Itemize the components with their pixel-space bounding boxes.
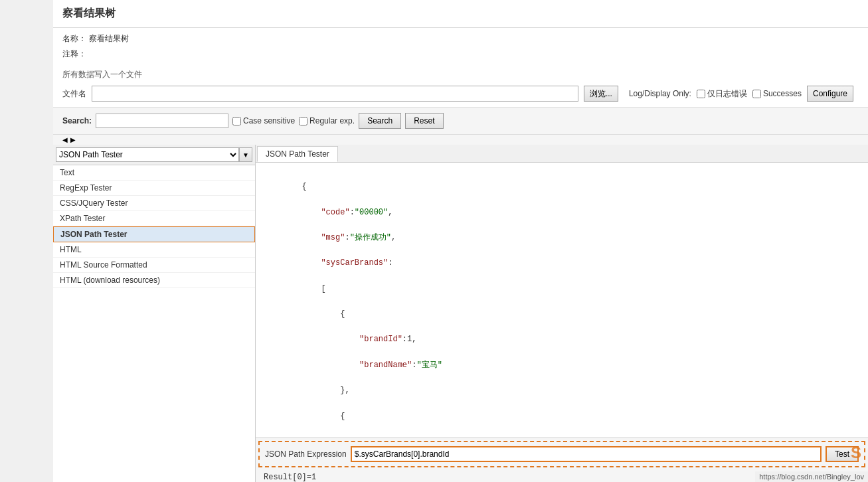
regular-exp-check[interactable]: Regular exp. bbox=[299, 116, 355, 125]
regular-exp-label: Regular exp. bbox=[309, 116, 355, 125]
case-sensitive-check[interactable]: Case sensitive bbox=[232, 116, 295, 125]
url-bar: https://blog.csdn.net/Bingley_lov bbox=[755, 471, 868, 482]
comment-label: 注释： bbox=[62, 48, 89, 60]
list-item-css[interactable]: CSS/JQuery Tester bbox=[53, 196, 255, 211]
right-panel: JSON Path Tester { "code":"00000", "msg"… bbox=[256, 145, 868, 482]
log-section: Log/Display Only: 仅日志错误 Successes Config… bbox=[624, 86, 859, 102]
successes-checkbox[interactable] bbox=[752, 90, 761, 98]
scroll-arrows: ◀ ▶ bbox=[53, 135, 868, 145]
browse-button[interactable]: 浏览... bbox=[584, 86, 618, 102]
configure-button[interactable]: Configure bbox=[807, 86, 853, 102]
list-item-html-download[interactable]: HTML (download resources) bbox=[53, 273, 255, 288]
list-item-html-source[interactable]: HTML Source Formatted bbox=[53, 258, 255, 273]
search-bar: Search: Case sensitive Regular exp. Sear… bbox=[53, 107, 868, 135]
reset-button[interactable]: Reset bbox=[405, 113, 443, 129]
search-label: Search: bbox=[62, 116, 92, 125]
all-data-label: 所有数据写入一个文件 bbox=[53, 69, 868, 83]
file-label: 文件名 bbox=[62, 88, 86, 100]
list-item-html[interactable]: HTML bbox=[53, 242, 255, 258]
list-item-xpath[interactable]: XPath Tester bbox=[53, 211, 255, 226]
successes-label: Successes bbox=[763, 89, 802, 98]
json-display: { "code":"00000", "msg":"操作成功", "sysCarB… bbox=[256, 163, 868, 438]
file-input[interactable] bbox=[92, 86, 578, 102]
search-button[interactable]: Search bbox=[359, 113, 401, 129]
list-item-jsonpath[interactable]: JSON Path Tester bbox=[53, 226, 255, 242]
regular-exp-checkbox[interactable] bbox=[299, 117, 307, 125]
tab-json-path[interactable]: JSON Path Tester bbox=[257, 146, 338, 162]
successes-check[interactable]: Successes bbox=[752, 89, 802, 98]
expression-label: JSON Path Expression bbox=[265, 449, 347, 459]
expression-input[interactable] bbox=[351, 446, 822, 462]
name-label: 名称： bbox=[62, 33, 89, 44]
tab-bar: JSON Path Tester bbox=[256, 145, 868, 163]
scroll-left-btn[interactable]: ◀ bbox=[62, 136, 68, 143]
expression-row: JSON Path Expression Test bbox=[258, 441, 865, 467]
watermark: S bbox=[851, 443, 861, 462]
left-panel: JSON Path Tester ▼ Text RegExp Tester CS… bbox=[53, 145, 256, 482]
log-error-label: 仅日志错误 bbox=[707, 88, 747, 100]
name-value: 察看结果树 bbox=[89, 33, 129, 44]
scroll-right-btn[interactable]: ▶ bbox=[70, 136, 76, 143]
case-sensitive-label: Case sensitive bbox=[243, 116, 295, 125]
panel-dropdown: JSON Path Tester ▼ bbox=[53, 145, 255, 165]
panel-dropdown-arrow[interactable]: ▼ bbox=[239, 147, 252, 162]
search-input[interactable] bbox=[96, 114, 228, 128]
log-error-check[interactable]: 仅日志错误 bbox=[697, 88, 747, 100]
list-item-text[interactable]: Text bbox=[53, 165, 255, 181]
log-error-checkbox[interactable] bbox=[697, 90, 705, 98]
case-sensitive-checkbox[interactable] bbox=[232, 117, 241, 125]
content-area: JSON Path Tester ▼ Text RegExp Tester CS… bbox=[53, 145, 868, 482]
form-section: 名称： 察看结果树 注释： bbox=[53, 28, 868, 69]
file-section: 文件名 浏览... Log/Display Only: 仅日志错误 Succes… bbox=[53, 83, 868, 107]
panel-select[interactable]: JSON Path Tester bbox=[56, 147, 239, 162]
left-list: Text RegExp Tester CSS/JQuery Tester XPa… bbox=[53, 165, 255, 482]
list-item-regexp[interactable]: RegExp Tester bbox=[53, 181, 255, 196]
page-title: 察看结果树 bbox=[53, 0, 868, 28]
log-display-label: Log/Display Only: bbox=[629, 89, 691, 98]
